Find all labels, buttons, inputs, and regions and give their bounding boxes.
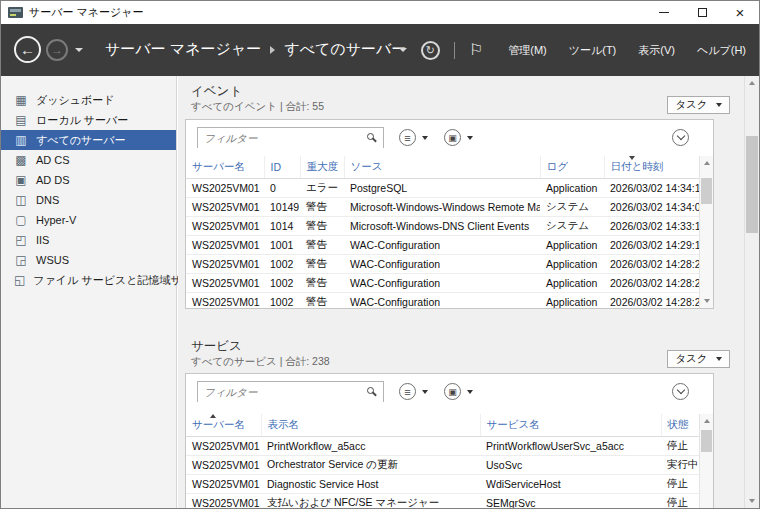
event-row[interactable]: WS2025VM01 1001 警告 WAC-Configuration App… — [186, 236, 699, 255]
sidebar-item[interactable]: ◲ WSUS — [1, 250, 176, 270]
services-col-status[interactable]: 状態 — [661, 414, 699, 437]
events-section-title: イベント — [191, 83, 242, 100]
service-server: WS2025VM01 — [186, 437, 261, 456]
events-save-query-button[interactable] — [444, 129, 473, 146]
search-icon — [367, 387, 374, 394]
scrollbar-thumb[interactable] — [701, 178, 712, 204]
event-row[interactable]: WS2025VM01 0 エラー PostgreSQL Application … — [186, 179, 699, 198]
scroll-up-button[interactable] — [700, 414, 713, 428]
sidebar-item[interactable]: ▤ ローカル サーバー — [1, 110, 176, 130]
event-source: WAC-Configuration — [344, 236, 540, 255]
sidebar-item[interactable]: ▩ AD CS — [1, 150, 176, 170]
events-col-log[interactable]: ログ — [540, 156, 604, 179]
event-id: 1002 — [264, 255, 300, 274]
back-button[interactable] — [14, 36, 41, 63]
events-col-severity[interactable]: 重大度 — [300, 156, 344, 179]
maximize-button[interactable] — [683, 1, 721, 24]
event-source: PostgreSQL — [344, 179, 540, 198]
events-criteria-button[interactable] — [399, 129, 428, 146]
event-row[interactable]: WS2025VM01 1002 警告 WAC-Configuration App… — [186, 293, 699, 309]
events-table-scrollbar — [699, 156, 713, 308]
scroll-up-button[interactable] — [745, 76, 759, 90]
services-tasks-button[interactable]: タスク — [667, 350, 730, 368]
services-collapse-button[interactable] — [672, 383, 689, 400]
list-icon — [404, 386, 410, 398]
menu-item[interactable]: 管理(M) — [505, 39, 550, 62]
events-table: サーバー名 ID 重大度 ソース ログ 日付と時刻 WS2025VM01 — [186, 156, 699, 308]
scrollbar-thumb[interactable] — [701, 430, 712, 452]
event-row[interactable]: WS2025VM01 10149 警告 Microsoft-Windows-Wi… — [186, 198, 699, 217]
event-datetime: 2026/03/02 14:29:11 — [604, 236, 699, 255]
sidebar-item[interactable]: ▣ AD DS — [1, 170, 176, 190]
refresh-button[interactable] — [421, 41, 440, 60]
menu-item[interactable]: ツール(T) — [566, 39, 620, 62]
event-severity: 警告 — [300, 293, 344, 309]
event-row[interactable]: WS2025VM01 1002 警告 WAC-Configuration App… — [186, 274, 699, 293]
services-col-server[interactable]: サーバー名 — [186, 414, 261, 437]
events-panel: サーバー名 ID 重大度 ソース ログ 日付と時刻 WS2025VM01 — [185, 119, 714, 309]
event-source: WAC-Configuration — [344, 293, 540, 309]
events-section-subtitle: すべてのイベント | 合計: 55 — [191, 100, 324, 114]
events-filter-input[interactable] — [198, 129, 383, 148]
notifications-flag-button[interactable] — [469, 41, 483, 59]
service-row[interactable]: WS2025VM01 Diagnostic Service Host WdiSe… — [186, 475, 699, 494]
event-id: 1002 — [264, 293, 300, 309]
local-server-icon: ▤ — [14, 114, 28, 126]
sidebar-item[interactable]: ◫ DNS — [1, 190, 176, 210]
services-save-query-button[interactable] — [444, 383, 473, 400]
caret-down-icon — [716, 103, 722, 107]
events-col-source[interactable]: ソース — [344, 156, 540, 179]
menu-item[interactable]: 表示(V) — [635, 39, 678, 62]
minimize-button[interactable] — [645, 1, 683, 24]
events-col-id[interactable]: ID — [264, 156, 300, 179]
chevron-down-icon — [676, 132, 684, 140]
service-row[interactable]: WS2025VM01 PrintWorkflow_a5acc PrintWork… — [186, 437, 699, 456]
sidebar-item[interactable]: ▥ すべてのサーバー — [1, 130, 176, 150]
event-log: システム — [540, 217, 604, 236]
sidebar-item[interactable]: ▢ Hyper-V — [1, 210, 176, 230]
iis-icon: ◰ — [14, 234, 28, 246]
sidebar-item[interactable]: ◱ ファイル サービスと記憶域サ... — [1, 270, 176, 290]
events-col-datetime[interactable]: 日付と時刻 — [604, 156, 699, 179]
event-log: システム — [540, 198, 604, 217]
forward-button[interactable] — [46, 39, 68, 61]
triangle-down-icon — [704, 299, 710, 303]
event-severity: 警告 — [300, 198, 344, 217]
event-datetime: 2026/03/02 14:34:17 — [604, 179, 699, 198]
flag-icon — [469, 41, 483, 58]
events-collapse-button[interactable] — [672, 129, 689, 146]
breadcrumb: サーバー マネージャー すべてのサーバー — [105, 40, 406, 59]
scroll-down-button[interactable] — [700, 294, 713, 308]
sidebar-item-label: ファイル サービスと記憶域サ... — [33, 273, 191, 288]
history-dropdown-button[interactable] — [75, 48, 83, 52]
services-table: サーバー名 表示名 サービス名 状態 WS2025VM01 PrintWorkf… — [186, 414, 699, 508]
event-datetime: 2026/03/02 14:28:25 — [604, 293, 699, 309]
services-panel: サーバー名 表示名 サービス名 状態 WS2025VM01 PrintWorkf… — [185, 373, 714, 508]
event-row[interactable]: WS2025VM01 1014 警告 Microsoft-Windows-DNS… — [186, 217, 699, 236]
events-tasks-button[interactable]: タスク — [667, 96, 730, 114]
services-col-service-name[interactable]: サービス名 — [480, 414, 661, 437]
hyper-v-icon: ▢ — [14, 214, 28, 226]
services-col-display-name[interactable]: 表示名 — [261, 414, 480, 437]
services-section-title: サービス — [191, 338, 242, 355]
breadcrumb-root[interactable]: サーバー マネージャー — [105, 40, 261, 59]
event-datetime: 2026/03/02 14:28:25 — [604, 274, 699, 293]
events-col-server[interactable]: サーバー名 — [186, 156, 264, 179]
event-severity: 警告 — [300, 255, 344, 274]
caret-down-icon — [467, 136, 473, 140]
menu-item[interactable]: ヘルプ(H) — [694, 39, 749, 62]
scroll-down-button[interactable] — [745, 494, 759, 508]
close-button[interactable] — [721, 1, 759, 24]
services-filter-input[interactable] — [198, 383, 383, 402]
page-dropdown-button[interactable] — [399, 48, 407, 52]
service-row[interactable]: WS2025VM01 Orchestrator Service の更新 UsoS… — [186, 456, 699, 475]
sidebar-item[interactable]: ◰ IIS — [1, 230, 176, 250]
scrollbar-thumb[interactable] — [746, 136, 758, 233]
event-row[interactable]: WS2025VM01 1002 警告 WAC-Configuration App… — [186, 255, 699, 274]
wsus-icon: ◲ — [14, 254, 28, 266]
sidebar-item[interactable]: ▦ ダッシュボード — [1, 90, 176, 110]
services-table-scrollbar — [699, 414, 713, 508]
service-row[interactable]: WS2025VM01 支払いおよび NFC/SE マネージャー SEMgrSvc… — [186, 494, 699, 509]
scroll-up-button[interactable] — [700, 156, 713, 170]
services-criteria-button[interactable] — [399, 383, 428, 400]
